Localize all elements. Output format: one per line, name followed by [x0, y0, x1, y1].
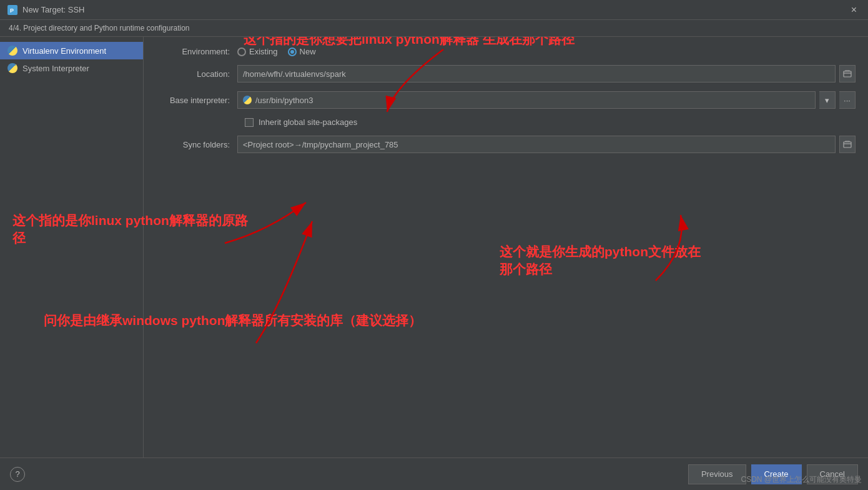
base-interpreter-ellipsis[interactable]: ···: [839, 91, 856, 109]
main-panel: Environment: Existing New Location:: [144, 37, 868, 458]
sidebar-item-virtualenv-label: Virtualenv Environment: [22, 46, 106, 56]
inherit-checkbox[interactable]: [245, 118, 254, 127]
subtitle-bar: 4/4. Project directory and Python runtim…: [0, 20, 868, 37]
app-icon: P: [7, 5, 17, 15]
location-input[interactable]: [237, 65, 836, 82]
title-bar-left: P New Target: SSH: [7, 5, 84, 15]
content-area: Virtualenv Environment System Interprete…: [0, 37, 868, 458]
dialog-window: P New Target: SSH × 4/4. Project directo…: [0, 0, 868, 490]
window-title: New Target: SSH: [22, 5, 84, 14]
location-browse-button[interactable]: [839, 65, 856, 82]
footer-buttons: Previous Create Cancel: [688, 464, 858, 484]
radio-existing[interactable]: Existing: [237, 47, 278, 56]
sync-folders-field: [237, 136, 856, 153]
python-icon-1: [7, 46, 17, 56]
radio-existing-circle[interactable]: [237, 48, 246, 56]
previous-button[interactable]: Previous: [688, 464, 746, 484]
base-interpreter-dropdown[interactable]: /usr/bin/python3: [237, 91, 816, 109]
sidebar: Virtualenv Environment System Interprete…: [0, 37, 144, 458]
base-interpreter-label: Base interpreter:: [156, 96, 237, 105]
python-icon-interpreter: [243, 96, 252, 104]
radio-new[interactable]: New: [288, 47, 316, 56]
create-button[interactable]: Create: [751, 464, 802, 484]
svg-text:P: P: [10, 8, 14, 14]
subtitle-text: 4/4. Project directory and Python runtim…: [9, 24, 190, 32]
inherit-checkbox-row: Inherit global site-packages: [245, 118, 856, 127]
base-interpreter-value: /usr/bin/python3: [255, 96, 313, 105]
python-icon-2: [7, 63, 17, 73]
sidebar-item-virtualenv[interactable]: Virtualenv Environment: [0, 42, 143, 59]
footer-bar: ? Previous Create Cancel: [0, 458, 868, 490]
radio-existing-label: Existing: [249, 47, 278, 56]
help-button[interactable]: ?: [10, 467, 25, 482]
location-label: Location:: [156, 69, 237, 79]
radio-new-circle[interactable]: [288, 48, 297, 56]
radio-group: Existing New: [237, 47, 856, 56]
svg-rect-2: [844, 71, 851, 77]
sync-folders-row: Sync folders:: [156, 136, 856, 153]
sync-folders-browse-button[interactable]: [839, 136, 856, 153]
inherit-label: Inherit global site-packages: [259, 118, 357, 127]
radio-new-label: New: [300, 47, 316, 56]
base-interpreter-row: Base interpreter: /usr/bin/python3 ▾ ···: [156, 91, 856, 109]
base-interpreter-arrow[interactable]: ▾: [819, 91, 836, 109]
environment-label: Environment:: [156, 47, 237, 56]
location-field: [237, 65, 856, 82]
base-interpreter-field: /usr/bin/python3 ▾ ···: [237, 91, 856, 109]
close-button[interactable]: ×: [847, 3, 861, 17]
location-row: Location:: [156, 65, 856, 82]
sidebar-item-system[interactable]: System Interpreter: [0, 59, 143, 77]
sync-folders-label: Sync folders:: [156, 140, 237, 149]
sync-folders-input[interactable]: [237, 136, 836, 153]
annotation-right: 这个就是你生成的python文件放在 那个路径: [500, 243, 737, 278]
environment-row: Environment: Existing New: [156, 47, 856, 56]
title-bar: P New Target: SSH ×: [0, 0, 868, 20]
cancel-button[interactable]: Cancel: [807, 464, 858, 484]
svg-rect-3: [844, 142, 851, 148]
sidebar-item-system-label: System Interpreter: [22, 64, 89, 73]
